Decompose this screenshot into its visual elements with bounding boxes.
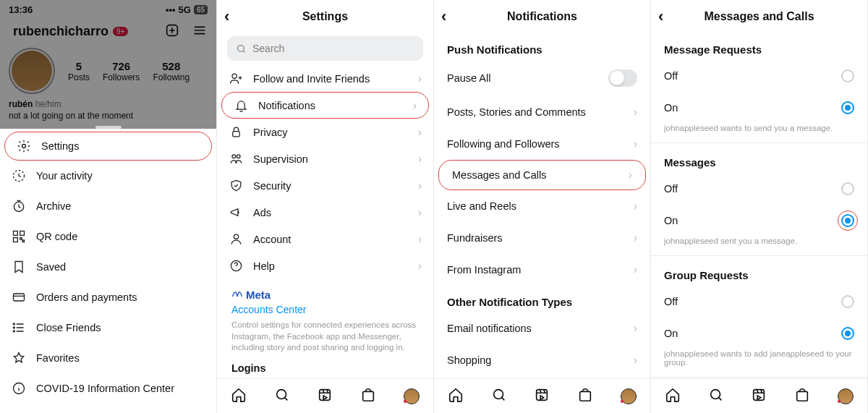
notif-item-following-and-followers[interactable]: Following and Followers› bbox=[434, 128, 650, 160]
bookmark-icon bbox=[12, 260, 26, 274]
settings-item-ads[interactable]: Ads› bbox=[217, 199, 433, 226]
back-icon[interactable]: ‹ bbox=[658, 9, 663, 25]
radio-row-message-requests-off[interactable]: Off bbox=[651, 60, 867, 92]
menu-item-settings[interactable]: Settings bbox=[4, 132, 212, 161]
chevron-right-icon: › bbox=[418, 179, 422, 192]
other-types-header: Other Notification Types bbox=[434, 286, 650, 312]
settings-item-follow-and-invite-friends[interactable]: Follow and Invite Friends› bbox=[217, 65, 433, 92]
nav-avatar[interactable] bbox=[621, 388, 637, 404]
nav-home-icon[interactable] bbox=[231, 387, 247, 406]
card-icon bbox=[12, 290, 26, 305]
notif-item-email-notifications[interactable]: Email notifications› bbox=[434, 312, 650, 344]
notif-item-label: From Instagram bbox=[447, 264, 521, 276]
addfriend-icon bbox=[229, 72, 243, 85]
settings-item-supervision[interactable]: Supervision› bbox=[217, 145, 433, 172]
radio-button[interactable] bbox=[841, 295, 854, 308]
radio-button[interactable] bbox=[841, 182, 854, 195]
menu-item-covid-19-information-center[interactable]: COVID-19 Information Center bbox=[0, 373, 216, 404]
nav-reels-icon[interactable] bbox=[534, 387, 550, 406]
radio-label: Off bbox=[664, 296, 678, 307]
search-placeholder: Search bbox=[252, 43, 284, 54]
settings-item-notifications[interactable]: Notifications› bbox=[221, 92, 429, 119]
radio-label: On bbox=[664, 328, 678, 339]
settings-item-help[interactable]: Help› bbox=[217, 252, 433, 279]
radio-button[interactable] bbox=[841, 69, 854, 82]
chevron-right-icon: › bbox=[413, 99, 417, 112]
group-subtext: johnappleseed sent you a message. bbox=[651, 237, 867, 252]
settings-item-security[interactable]: Security› bbox=[217, 172, 433, 199]
notif-item-fundraisers[interactable]: Fundraisers› bbox=[434, 222, 650, 254]
qr-icon bbox=[12, 229, 26, 244]
menu-item-label: Archive bbox=[36, 200, 71, 212]
radio-label: On bbox=[664, 215, 678, 226]
radio-button[interactable] bbox=[841, 327, 854, 340]
menu-item-saved[interactable]: Saved bbox=[0, 252, 216, 282]
help-icon bbox=[229, 259, 243, 273]
settings-item-label: Ads bbox=[253, 207, 271, 218]
radio-row-messages-off[interactable]: Off bbox=[651, 173, 867, 205]
nav-shop-icon[interactable] bbox=[577, 387, 593, 406]
push-notifications-header: Push Notifications bbox=[434, 33, 650, 60]
menu-item-orders-and-payments[interactable]: Orders and payments bbox=[0, 282, 216, 312]
svg-point-16 bbox=[231, 155, 235, 158]
chevron-right-icon: › bbox=[634, 322, 637, 335]
radio-button[interactable] bbox=[841, 101, 854, 114]
settings-list: Follow and Invite Friends›Notifications›… bbox=[217, 65, 433, 283]
menu-item-your-activity[interactable]: Your activity bbox=[0, 161, 216, 191]
settings-title: Settings bbox=[302, 10, 348, 23]
menu-item-archive[interactable]: Archive bbox=[0, 191, 216, 221]
notif-item-posts-stories-and-comments[interactable]: Posts, Stories and Comments› bbox=[434, 96, 650, 128]
notif-item-live-and-reels[interactable]: Live and Reels› bbox=[434, 190, 650, 222]
search-input[interactable]: Search bbox=[227, 36, 423, 61]
radio-row-group-requests-on[interactable]: On bbox=[651, 318, 867, 349]
nav-avatar[interactable] bbox=[404, 388, 420, 404]
toggle[interactable] bbox=[608, 69, 637, 87]
settings-item-account[interactable]: Account› bbox=[217, 226, 433, 252]
chevron-right-icon: › bbox=[418, 260, 422, 273]
chevron-right-icon: › bbox=[634, 200, 637, 213]
svg-point-11 bbox=[13, 331, 14, 332]
menu-item-label: Favorites bbox=[36, 352, 80, 364]
back-icon[interactable]: ‹ bbox=[441, 9, 446, 25]
clock-icon bbox=[12, 199, 26, 213]
back-icon[interactable]: ‹ bbox=[224, 9, 229, 25]
nav-avatar[interactable] bbox=[838, 388, 854, 404]
accounts-center-link[interactable]: Accounts Center bbox=[231, 304, 419, 315]
nav-reels-icon[interactable] bbox=[317, 387, 333, 406]
pane-notifications: ‹ Notifications Push Notifications Pause… bbox=[434, 0, 651, 413]
notif-item-shopping[interactable]: Shopping› bbox=[434, 344, 650, 376]
svg-rect-5 bbox=[14, 231, 18, 236]
chevron-right-icon: › bbox=[634, 263, 637, 276]
notif-item-from-instagram[interactable]: From Instagram› bbox=[434, 254, 650, 286]
nav-shop-icon[interactable] bbox=[794, 387, 810, 406]
nav-search-icon[interactable] bbox=[491, 387, 507, 406]
radio-label: Off bbox=[664, 183, 678, 195]
notif-item-pause-all[interactable]: Pause All bbox=[434, 60, 650, 96]
radio-row-message-requests-on[interactable]: On bbox=[651, 92, 867, 124]
settings-header: ‹ Settings bbox=[217, 0, 433, 33]
pane-profile: 13:36 ••• 5G 65 rubenchicharro 9+ bbox=[0, 0, 217, 413]
nav-shop-icon[interactable] bbox=[360, 387, 376, 406]
nav-search-icon[interactable] bbox=[274, 387, 290, 406]
nav-home-icon[interactable] bbox=[665, 387, 681, 406]
menu-item-qr-code[interactable]: QR code bbox=[0, 221, 216, 252]
notif-item-label: Email notifications bbox=[447, 323, 532, 334]
pane-messages-calls: ‹ Messages and Calls Message RequestsOff… bbox=[651, 0, 868, 413]
mega-icon bbox=[229, 205, 243, 219]
settings-item-privacy[interactable]: Privacy› bbox=[217, 119, 433, 145]
nav-home-icon[interactable] bbox=[448, 387, 464, 406]
sheet-handle[interactable] bbox=[95, 126, 122, 129]
radio-row-messages-on[interactable]: On bbox=[651, 205, 867, 237]
menu-item-close-friends[interactable]: Close Friends bbox=[0, 312, 216, 343]
radio-button[interactable] bbox=[841, 214, 854, 227]
menu-item-favorites[interactable]: Favorites bbox=[0, 343, 216, 373]
menu-item-label: Orders and payments bbox=[36, 291, 137, 303]
nav-search-icon[interactable] bbox=[708, 387, 724, 406]
menu-item-label: Your activity bbox=[36, 170, 93, 182]
notif-item-messages-and-calls[interactable]: Messages and Calls› bbox=[438, 160, 646, 190]
divider bbox=[651, 377, 867, 378]
radio-row-group-requests-off[interactable]: Off bbox=[651, 286, 867, 318]
bell-icon bbox=[234, 98, 248, 112]
nav-reels-icon[interactable] bbox=[751, 387, 767, 406]
chevron-right-icon: › bbox=[418, 153, 422, 166]
